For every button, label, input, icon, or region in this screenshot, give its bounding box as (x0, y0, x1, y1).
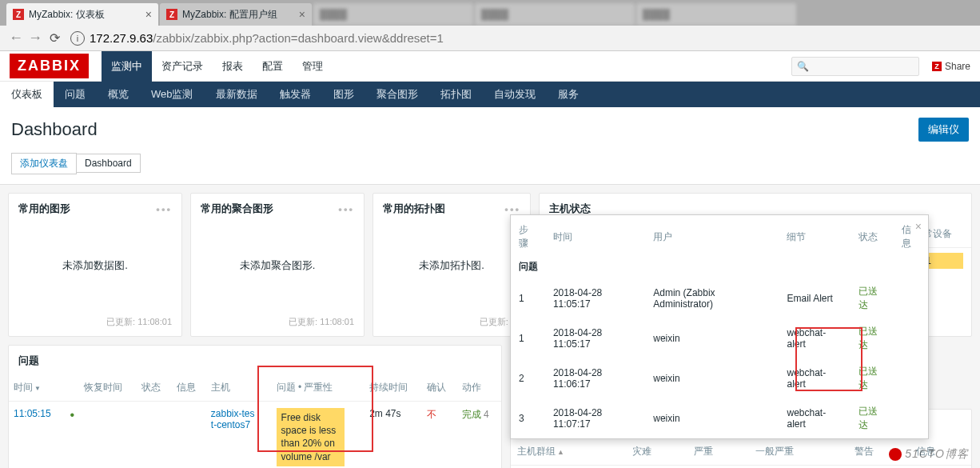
table-row: zabbix-test (511, 466, 971, 469)
col-info: 信息 (894, 215, 928, 257)
col-actions: 动作 (457, 373, 501, 402)
action-count: 4 (484, 409, 489, 420)
problem-time-link[interactable]: 11:05:15 (14, 408, 51, 419)
browser-address-bar: ← → ⟳ i 172.27.9.63/zabbix/zabbix.php?ac… (0, 26, 980, 51)
col-duration: 持续时间 (365, 373, 422, 402)
widget-empty-text: 未添加聚合图形. (191, 221, 364, 310)
widget-menu-icon[interactable]: ••• (156, 203, 172, 215)
duration-cell: 2m 47s (365, 402, 422, 469)
table-row: 22018-04-28 11:06:17weixinwebchat-alert已… (511, 358, 928, 398)
menu-administration[interactable]: 管理 (293, 51, 333, 82)
browser-tab-strip: Z MyZabbix: 仪表板 × Z MyZabbix: 配置用户组 × ██… (0, 0, 980, 26)
browser-tab-blurred[interactable]: ████ (313, 3, 473, 26)
subnav-web[interactable]: Web监测 (140, 82, 205, 107)
subnav-dashboard[interactable]: 仪表板 (0, 82, 54, 107)
reload-icon[interactable]: ⟳ (45, 30, 64, 46)
subnav-screens[interactable]: 聚合图形 (365, 82, 429, 107)
host-link[interactable]: zabbix-test-centos7 (211, 408, 256, 430)
col-status: 状态 (137, 373, 171, 402)
zabbix-favicon-icon: Z (166, 9, 177, 20)
search-input[interactable]: 🔍 (791, 57, 919, 76)
widget-menu-icon[interactable]: ••• (338, 203, 354, 215)
site-info-icon[interactable]: i (70, 31, 85, 46)
share-link[interactable]: ZShare (932, 61, 970, 72)
subnav-triggers[interactable]: 触发器 (269, 82, 322, 107)
action-details-popup: × 步骤 时间 用户 细节 状态 信息 问题 12018-04-28 11:05… (510, 214, 929, 439)
zabbix-header: ZABBIX 监测中 资产记录 报表 配置 管理 🔍 ZShare (0, 51, 980, 82)
problems-table: 时间▼ 恢复时间 状态 信息 主机 问题 • 严重性 持续时间 确认 动作 11… (9, 373, 501, 468)
tab-title: MyZabbix: 配置用户组 (182, 8, 277, 22)
table-row: 12018-04-28 11:05:17weixinwebchat-alert已… (511, 318, 928, 358)
table-row: 11:05:15 • zabbix-test-centos7 Free disk… (9, 402, 501, 469)
ack-link[interactable]: 不 (427, 409, 436, 420)
menu-reports[interactable]: 报表 (213, 51, 253, 82)
crumb-current[interactable]: Dashboard (76, 154, 141, 173)
col-ack: 确认 (422, 373, 456, 402)
widget-title: 常用的图形 (18, 202, 70, 216)
widget-title: 常用的拓扑图 (383, 202, 445, 216)
widget-empty-text: 未添加拓扑图. (373, 221, 530, 310)
status-sent: 已送达 (858, 406, 878, 430)
col-disaster: 灾难 (626, 437, 687, 466)
main-menu: 监测中 资产记录 报表 配置 管理 (102, 51, 333, 82)
table-row: 12018-04-28 11:05:17Admin (Zabbix Admini… (511, 278, 928, 318)
url-field[interactable]: i 172.27.9.63/zabbix/zabbix.php?action=d… (70, 31, 974, 46)
sub-nav: 仪表板 问题 概览 Web监测 最新数据 触发器 图形 聚合图形 拓扑图 自动发… (0, 82, 980, 107)
subnav-services[interactable]: 服务 (547, 82, 590, 107)
widget-fav-maps: 常用的拓扑图••• 未添加拓扑图. 已更新: 11 (372, 193, 531, 337)
status-sent: 已送达 (858, 366, 878, 390)
col-info: 信息 (172, 373, 206, 402)
widget-fav-graphs: 常用的图形••• 未添加数据图. 已更新: 11:08:01 (8, 193, 182, 337)
widget-updated: 已更新: 11:08:01 (191, 310, 364, 336)
page-title-bar: Dashboard 编辑仪 (0, 107, 980, 148)
browser-tab-1[interactable]: Z MyZabbix: 仪表板 × (6, 3, 158, 26)
zabbix-favicon-icon: Z (13, 9, 24, 20)
watermark: 51CTO博客 (889, 447, 969, 462)
widget-updated: 已更新: 11 (373, 310, 530, 336)
subnav-latest[interactable]: 最新数据 (205, 82, 269, 107)
page-title: Dashboard (11, 119, 98, 140)
widget-title: 常用的聚合图形 (201, 202, 273, 216)
col-recovery: 恢复时间 (79, 373, 137, 402)
col-time[interactable]: 时间▼ (9, 373, 66, 402)
menu-monitoring[interactable]: 监测中 (102, 51, 152, 82)
subnav-overview[interactable]: 概览 (97, 82, 140, 107)
browser-tab-2[interactable]: Z MyZabbix: 配置用户组 × (160, 3, 312, 26)
close-icon[interactable]: × (145, 8, 152, 21)
zabbix-logo[interactable]: ZABBIX (10, 54, 89, 78)
subnav-problems[interactable]: 问题 (54, 82, 97, 107)
crumb-add[interactable]: 添加仪表盘 (11, 153, 77, 174)
url-text: 172.27.9.63/zabbix/zabbix.php?action=das… (90, 31, 444, 45)
browser-tab-blurred[interactable]: ████ (475, 3, 635, 26)
col-step: 步骤 (511, 215, 545, 257)
sort-icon[interactable]: ▲ (557, 448, 564, 456)
breadcrumb: 添加仪表盘Dashboard (0, 148, 980, 185)
subnav-maps[interactable]: 拓扑图 (429, 82, 483, 107)
widget-menu-icon[interactable]: ••• (504, 203, 520, 215)
subnav-discovery[interactable]: 自动发现 (483, 82, 547, 107)
widget-title: 问题 (18, 354, 39, 368)
col-user: 用户 (645, 215, 779, 257)
col-high: 严重 (687, 437, 749, 466)
search-icon: 🔍 (797, 61, 809, 72)
back-icon[interactable]: ← (6, 30, 26, 46)
col-status: 状态 (851, 215, 894, 257)
menu-inventory[interactable]: 资产记录 (152, 51, 213, 82)
col-host: 主机 (206, 373, 272, 402)
col-problem-sev: 问题 • 严重性 (272, 373, 365, 402)
browser-tab-blurred[interactable]: ████ (636, 3, 796, 26)
search-field[interactable] (812, 61, 932, 72)
status-sent: 已送达 (858, 286, 878, 310)
col-hostgroup: 主机群组▲ (511, 437, 626, 466)
edit-dashboard-button[interactable]: 编辑仪 (918, 118, 969, 142)
widget-updated: 已更新: 11:08:01 (9, 310, 181, 336)
popup-table: 步骤 时间 用户 细节 状态 信息 问题 12018-04-28 11:05:1… (511, 215, 928, 438)
menu-configuration[interactable]: 配置 (253, 51, 293, 82)
problem-severity-cell[interactable]: Free disk space is less than 20% on volu… (277, 408, 345, 466)
subnav-graphs[interactable]: 图形 (322, 82, 365, 107)
action-done[interactable]: 完成 (462, 409, 481, 420)
col-detail: 细节 (779, 215, 851, 257)
col-average: 一般严重 (749, 437, 847, 466)
close-icon[interactable]: × (299, 8, 305, 21)
close-icon[interactable]: × (915, 220, 922, 233)
